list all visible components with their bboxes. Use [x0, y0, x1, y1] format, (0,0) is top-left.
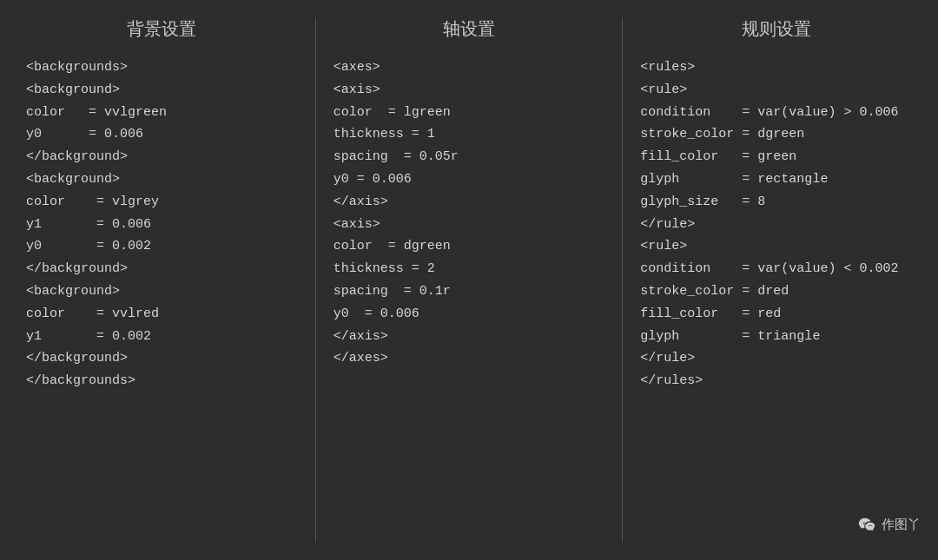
- column-background: 背景设置 <backgrounds> <background> color = …: [9, 17, 316, 543]
- column-rules-code: <rules> <rule> condition = var(value) > …: [640, 56, 912, 392]
- column-axis-title: 轴设置: [334, 17, 605, 41]
- column-background-title: 背景设置: [26, 17, 298, 41]
- watermark: 作图丫: [857, 515, 921, 534]
- watermark-text: 作图丫: [882, 517, 921, 533]
- svg-point-0: [863, 523, 865, 524]
- main-container: 背景设置 <backgrounds> <background> color = …: [0, 0, 938, 560]
- wechat-icon: [857, 515, 876, 534]
- column-rules-title: 规则设置: [640, 17, 912, 41]
- column-axis: 轴设置 <axes> <axis> color = lgreen thickne…: [316, 17, 624, 543]
- column-axis-code: <axes> <axis> color = lgreen thickness =…: [334, 56, 605, 370]
- svg-point-2: [869, 525, 869, 526]
- column-background-code: <backgrounds> <background> color = vvlgr…: [26, 56, 298, 392]
- svg-point-1: [866, 523, 868, 524]
- column-rules: 规则设置 <rules> <rule> condition = var(valu…: [623, 17, 929, 543]
- svg-point-3: [870, 525, 871, 526]
